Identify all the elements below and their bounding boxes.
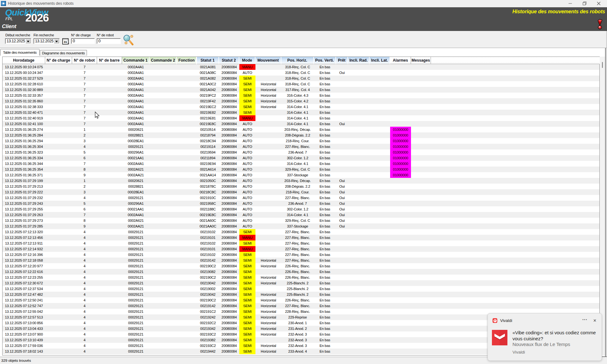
svg-text:31: 31 bbox=[64, 40, 67, 44]
